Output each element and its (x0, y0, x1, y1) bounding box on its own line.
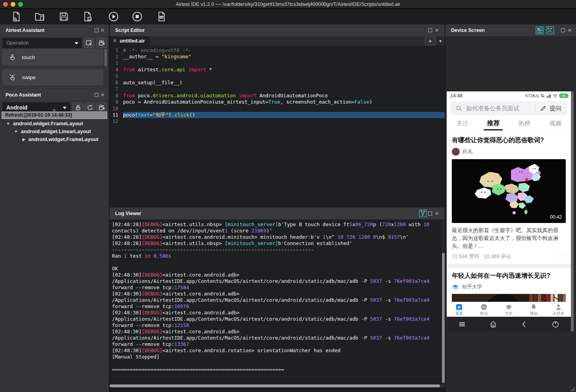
tab-list-chevron-button[interactable]: ▼ (437, 38, 444, 44)
video-camera-icon (98, 39, 105, 46)
question-title[interactable]: 有哪些让你觉得恶心的恶俗歌词? (447, 131, 571, 145)
device-screen-mirror[interactable]: 14:48 672K/s 69 如何准备公务员面试 提问 关注推荐热榜视频 有哪… (447, 91, 571, 331)
run-script-button[interactable] (108, 11, 119, 23)
zhihu-tab-2[interactable]: 推荐 (478, 117, 509, 130)
code-line[interactable]: 9poco = AndroidUiautomationPoco(use_airt… (110, 99, 445, 105)
save-script-button[interactable] (58, 11, 70, 23)
android-menu-button[interactable] (447, 317, 478, 331)
zhihu-nav-4[interactable]: 通知 (521, 302, 546, 317)
code-line[interactable]: 1# -*- encoding=utf8 -*- (110, 47, 445, 54)
avatar[interactable] (452, 283, 459, 290)
log-horizontal-scrollbar[interactable] (110, 384, 445, 388)
tree-node-framelayout-child[interactable]: ▶android.widget.FrameLayout (22, 136, 99, 143)
pencil-icon (540, 105, 546, 111)
device-float-button[interactable] (561, 28, 565, 32)
touch-action-button[interactable]: touch (2, 49, 103, 65)
feed-divider (447, 264, 571, 268)
more-options-icon[interactable]: ··· (558, 253, 566, 258)
tree-expand-icon[interactable]: ▼ (14, 130, 18, 134)
code-line[interactable]: 8from poco.drivers.android.uiautomation … (110, 93, 445, 99)
log-line: ========================================… (112, 366, 442, 373)
line-number: 1 (110, 47, 123, 54)
operation-dropdown[interactable]: Operation (2, 38, 82, 48)
video-thumbnail[interactable]: 00:42 (452, 159, 566, 223)
swipe-action-label: swipe (22, 74, 36, 80)
home-feed-icon (455, 303, 463, 311)
swipe-action-button[interactable]: swipe (2, 69, 103, 85)
new-tab-button[interactable]: + (425, 37, 435, 45)
code-line[interactable]: 5 (110, 73, 445, 80)
android-home-button[interactable] (478, 317, 509, 331)
feed-item-1[interactable]: 有哪些让你觉得恶心的恶俗歌词? 药丸 (447, 131, 571, 260)
log-filter-button[interactable] (419, 210, 427, 217)
author-name[interactable]: 知乎大学 (462, 283, 482, 290)
zhihu-tab-1[interactable]: 关注 (447, 117, 478, 130)
poco-float-button[interactable] (95, 93, 99, 97)
android-power-button[interactable] (540, 317, 571, 331)
device-close-button[interactable]: ✕ (567, 27, 573, 33)
open-script-button[interactable] (34, 11, 46, 23)
answer-excerpt[interactable]: 最近很火的那首《生僻字》吧。其实我真的很怂，因为这歌最近太火了，很怕被骂个狗血淋… (447, 223, 571, 250)
snapshot-select-button[interactable] (84, 38, 94, 48)
tree-node-framelayout[interactable]: ▼android.widget.FrameLayout (6, 120, 83, 128)
zhihu-search-input[interactable]: 如何准备公务员面试 提问 (451, 101, 567, 115)
android-back-button[interactable] (509, 317, 540, 331)
editor-close-button[interactable]: ✕ (434, 27, 440, 33)
window-resize-grip[interactable] (570, 386, 575, 391)
panel-splitter-handle[interactable] (53, 109, 56, 111)
code-line[interactable]: 4from airtest.core.api import * (110, 67, 445, 73)
code-line[interactable]: 7 (110, 86, 445, 92)
device-layout-button[interactable] (536, 26, 544, 34)
device-screen-scrollbar[interactable] (571, 91, 574, 331)
airtest-ide-window: Airtest IDE v1.2.0 ~~ /var/folders/ky/31… (0, 0, 576, 392)
code-line[interactable]: 2__author__ = "kingname" (110, 54, 445, 60)
tree-node-linearlayout[interactable]: ▼android.widget.LinearLayout (14, 128, 91, 136)
nav-label: 通知 (521, 311, 546, 316)
zhihu-tab-4[interactable]: 视频 (540, 117, 571, 130)
tree-expand-icon[interactable]: ▶ (22, 137, 25, 141)
stop-script-button[interactable] (131, 11, 143, 23)
tab-untitled-air[interactable]: ✕untitled.air (110, 36, 150, 46)
question-title[interactable]: 年轻人如何在一年内迅速增长见识? (447, 268, 571, 280)
log-float-button[interactable] (428, 212, 432, 216)
zhihu-nav-2[interactable]: 想法 (472, 302, 496, 317)
zhihu-tab-3[interactable]: 热榜 (509, 117, 540, 130)
log-line: forward --remove tcp:16976 (112, 303, 442, 310)
code-line[interactable]: 11poco(text="知乎").click() (110, 112, 445, 118)
code-line[interactable]: 6auto_setup(__file__) (110, 80, 445, 86)
avatar[interactable] (452, 148, 460, 156)
ask-question-button[interactable]: 提问 (550, 105, 561, 112)
airtest-close-button[interactable]: ✕ (99, 27, 106, 33)
titlebar: Airtest IDE v1.2.0 ~~ /var/folders/ky/31… (0, 0, 576, 9)
signal-icon (546, 93, 551, 98)
code-line[interactable]: 12 (110, 118, 445, 124)
android-nav-bar (447, 317, 571, 331)
code-line[interactable]: 10 (110, 106, 445, 112)
view-log-button[interactable]: LOG (156, 11, 168, 23)
log-vertical-scrollbar[interactable] (442, 219, 445, 384)
log-line: forward --remove tcp:17584 (112, 284, 442, 291)
action-list-scrollbar[interactable] (104, 49, 107, 66)
device-tools-button[interactable] (546, 26, 554, 34)
tab-close-icon[interactable]: ✕ (113, 38, 117, 44)
phone-search-row: 如何准备公务员面试 提问 (447, 100, 571, 117)
save-script-as-button[interactable] (82, 11, 93, 23)
log-line: [02:48:30][DEBUG]<airtest.core.android.r… (112, 347, 442, 354)
record-button[interactable] (96, 38, 107, 48)
editor-float-button[interactable] (428, 28, 432, 32)
code-editor[interactable]: 1# -*- encoding=utf8 -*-2__author__ = "k… (110, 46, 445, 208)
poco-close-button[interactable]: ✕ (99, 92, 106, 98)
new-script-button[interactable] (10, 11, 22, 23)
author-name[interactable]: 药丸 (462, 148, 473, 155)
open-script-icon (34, 11, 45, 22)
log-close-button[interactable]: ✕ (434, 210, 440, 217)
airtest-float-button[interactable] (95, 28, 99, 32)
code-line[interactable]: 3 (110, 60, 445, 67)
zhihu-nav-1[interactable]: 首页 (447, 302, 472, 317)
log-line: OK (112, 266, 442, 272)
line-number: 4 (110, 67, 123, 73)
tree-expand-icon[interactable]: ▼ (6, 122, 10, 126)
main-toolbar: LOG (0, 9, 576, 24)
zhihu-nav-3[interactable]: 大学 (496, 302, 521, 317)
zhihu-nav-5[interactable]: 未登录 (546, 302, 571, 317)
